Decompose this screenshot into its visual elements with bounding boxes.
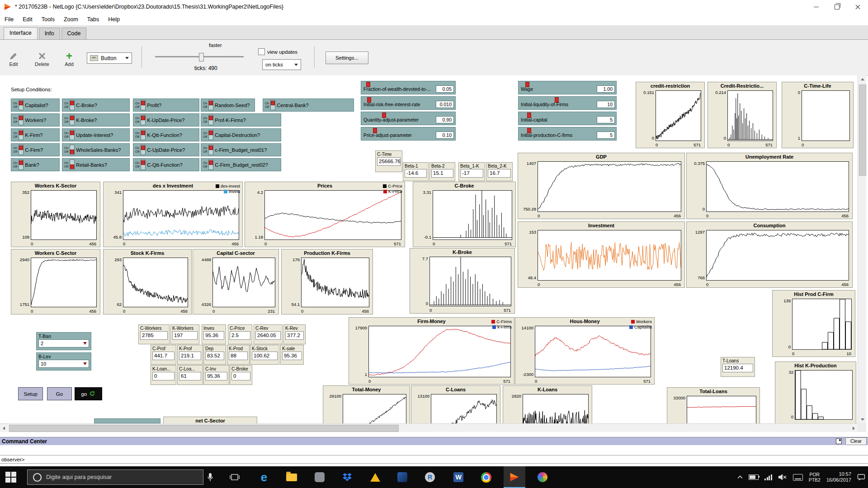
switch-k-qtt-function[interactable]: OnOffK-Qtt-Function? bbox=[133, 128, 199, 141]
taskbar-app-darkblue[interactable] bbox=[392, 466, 413, 488]
scroll-down-arrow[interactable] bbox=[859, 416, 866, 423]
notification-icon[interactable] bbox=[857, 474, 865, 481]
switch-k-update-price[interactable]: OnOffK-UpDate-Price? bbox=[133, 113, 199, 127]
switch-c-update-price[interactable]: OnOffC-UpDate-Price? bbox=[133, 143, 199, 156]
touch-keyboard-icon[interactable] bbox=[793, 474, 803, 481]
switch-track[interactable] bbox=[141, 115, 146, 125]
switch-track[interactable] bbox=[70, 100, 75, 110]
menu-file[interactable]: File bbox=[0, 16, 18, 23]
tab-info[interactable]: Info bbox=[39, 28, 60, 39]
taskbar-app-yellow[interactable] bbox=[364, 466, 386, 488]
checkbox-icon[interactable] bbox=[258, 48, 265, 55]
slider-initial-risk-free-rate[interactable]: Initial-risk-free-interest-rate0.010 bbox=[361, 96, 456, 110]
setup-button[interactable]: Setup bbox=[18, 387, 43, 400]
menu-zoom[interactable]: Zoom bbox=[59, 16, 83, 23]
switch-c-broke[interactable]: OnOffC-Broke? bbox=[62, 99, 130, 112]
switch-track[interactable] bbox=[19, 115, 24, 125]
battery-icon[interactable] bbox=[749, 474, 759, 480]
switch-track[interactable] bbox=[141, 145, 146, 155]
chooser-value-box[interactable]: 2 bbox=[38, 339, 89, 347]
slider-quantity-adjust[interactable]: Quantity-adjust-parameter0.90 bbox=[361, 112, 456, 125]
switch-capitalist[interactable]: OnOffCapitalist? bbox=[11, 99, 60, 112]
switch-random-seed[interactable]: OnOffRandom-Seed? bbox=[201, 99, 255, 112]
add-button[interactable]: + Add bbox=[59, 51, 79, 67]
go-forever-button[interactable]: go bbox=[75, 387, 102, 400]
slider-initial-capital[interactable]: Initial-capital5 bbox=[518, 112, 617, 125]
mic-button[interactable] bbox=[199, 466, 221, 488]
scroll-left-arrow[interactable] bbox=[0, 424, 8, 432]
slider-initial-liquidity[interactable]: Initial-liquidity-of-Firms10 bbox=[518, 96, 617, 110]
chooser-value-box[interactable]: 10 bbox=[38, 360, 89, 368]
switch-retail-banks[interactable]: OnOffRetail-Banks? bbox=[62, 158, 130, 171]
taskbar-netlogo-active[interactable] bbox=[504, 466, 525, 488]
switch-wholesales-banks[interactable]: OnOffWholeSales-Banks? bbox=[62, 143, 130, 156]
switch-track[interactable] bbox=[19, 100, 24, 110]
switch-track[interactable] bbox=[208, 160, 213, 170]
slider-price-adjust[interactable]: Price-adjust-parameter0.10 bbox=[361, 127, 456, 141]
switch-knob[interactable] bbox=[141, 101, 145, 105]
go-button[interactable]: Go bbox=[47, 387, 72, 400]
switch-workers[interactable]: OnOffWorkers? bbox=[11, 113, 60, 127]
command-center-clear-button[interactable]: Clear bbox=[845, 437, 867, 445]
switch-knob[interactable] bbox=[271, 101, 275, 105]
switch-track[interactable] bbox=[70, 130, 75, 140]
switch-track[interactable] bbox=[208, 115, 213, 125]
switch-track[interactable] bbox=[19, 130, 24, 140]
volume-muted-icon[interactable] bbox=[778, 474, 787, 481]
slider-initial-production[interactable]: Initial-production-C-firms5 bbox=[518, 127, 617, 141]
switch-knob[interactable] bbox=[141, 145, 145, 150]
switch-knob[interactable] bbox=[209, 116, 213, 120]
taskbar-word[interactable]: W bbox=[448, 466, 469, 488]
switch-track[interactable] bbox=[208, 145, 213, 155]
switch-k-firm[interactable]: OnOffK-Firm? bbox=[11, 128, 60, 141]
switch-knob[interactable] bbox=[209, 145, 213, 150]
switch-track[interactable] bbox=[70, 115, 75, 125]
start-button[interactable] bbox=[5, 472, 16, 483]
switch-track[interactable] bbox=[208, 100, 213, 110]
switch-central-bank[interactable]: OnOffCentral-Bank? bbox=[263, 99, 354, 112]
language-indicator[interactable]: PORPTB2 bbox=[809, 472, 821, 483]
view-updates-checkbox[interactable]: view updates bbox=[258, 48, 297, 55]
vertical-scroll-thumb[interactable] bbox=[859, 84, 866, 176]
command-center-expand-icon[interactable] bbox=[836, 438, 842, 444]
switch-track[interactable] bbox=[19, 145, 24, 155]
taskbar-app-gray[interactable] bbox=[309, 466, 330, 488]
switch-c-firm-budget-rest01[interactable]: OnOffc-Firm_Budget_rest01? bbox=[201, 143, 281, 156]
switch-track[interactable] bbox=[270, 100, 275, 110]
switch-knob[interactable] bbox=[209, 101, 213, 105]
minimize-button[interactable] bbox=[806, 0, 826, 14]
switch-bank[interactable]: OnOffBank? bbox=[11, 158, 60, 171]
edit-button[interactable]: Edit bbox=[4, 51, 24, 67]
switch-knob[interactable] bbox=[209, 160, 213, 165]
restore-button[interactable] bbox=[826, 0, 847, 14]
switch-knob[interactable] bbox=[19, 145, 23, 150]
switch-update-interest[interactable]: OnOffUpdate-Interest? bbox=[62, 128, 130, 141]
switch-knob[interactable] bbox=[19, 116, 23, 120]
switch-knob[interactable] bbox=[70, 116, 74, 120]
tab-code[interactable]: Code bbox=[61, 28, 87, 39]
switch-track[interactable] bbox=[141, 130, 146, 140]
close-button[interactable] bbox=[847, 0, 868, 14]
switch-track[interactable] bbox=[70, 160, 75, 170]
taskbar-clock[interactable]: 10:5716/06/2017 bbox=[826, 471, 851, 483]
switch-profit[interactable]: OnOffProfit? bbox=[133, 99, 199, 112]
horizontal-scroll-thumb[interactable] bbox=[9, 425, 399, 432]
switch-k-broke[interactable]: OnOffK-Broke? bbox=[62, 113, 130, 127]
switch-track[interactable] bbox=[141, 160, 146, 170]
switch-c-firm-budget-rest02[interactable]: OnOffC-Firm_Budget_rest02? bbox=[201, 158, 281, 171]
switch-knob[interactable] bbox=[141, 160, 145, 165]
switch-track[interactable] bbox=[208, 130, 213, 140]
network-icon[interactable] bbox=[764, 474, 772, 480]
switch-track[interactable] bbox=[19, 160, 24, 170]
update-mode-dropdown[interactable]: on ticks bbox=[262, 59, 301, 70]
taskbar-chrome[interactable] bbox=[475, 466, 497, 488]
scroll-up-arrow[interactable] bbox=[859, 75, 866, 83]
speed-slider-thumb[interactable] bbox=[199, 53, 204, 61]
taskbar-edge[interactable]: e bbox=[253, 466, 275, 488]
slider-fraction-of-wealth[interactable]: Fraction-of-wealth-devoted-to-...0.05 bbox=[361, 81, 456, 94]
settings-button[interactable]: Settings... bbox=[326, 52, 368, 64]
chooser-t-ban[interactable]: T-Ban2 bbox=[36, 332, 91, 350]
switch-prof-k-firms[interactable]: OnOffProf-K-Firms? bbox=[201, 113, 281, 127]
switch-knob[interactable] bbox=[70, 150, 74, 154]
scroll-right-arrow[interactable] bbox=[850, 424, 858, 432]
